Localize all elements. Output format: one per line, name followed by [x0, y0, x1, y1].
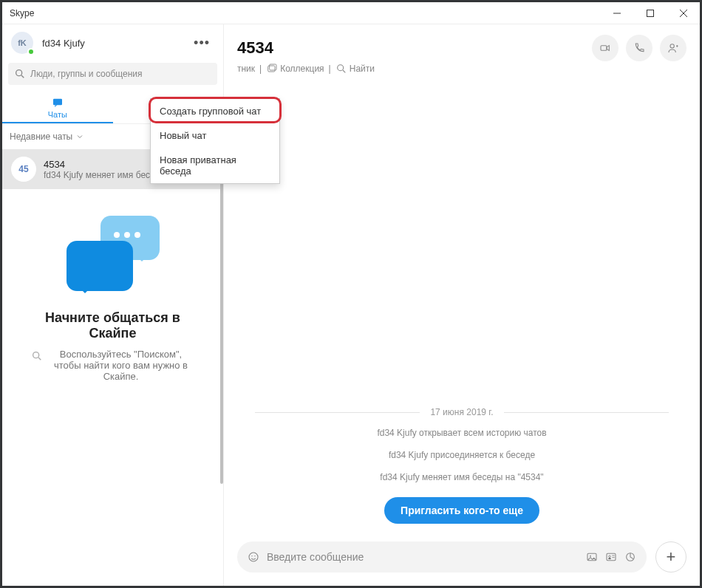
menu-private-chat[interactable]: Новая приватная беседа — [151, 148, 279, 183]
app-body: fK fd34 Kjufy ••• Люди, группы и сообщен… — [2, 24, 700, 586]
audio-call-button[interactable] — [626, 35, 652, 61]
svg-point-13 — [590, 555, 591, 557]
svg-rect-2 — [53, 99, 62, 106]
svg-point-9 — [249, 553, 258, 561]
search-icon — [14, 68, 26, 80]
date-divider: 17 июня 2019 г. — [245, 407, 679, 417]
search-input[interactable]: Люди, группы и сообщения — [8, 63, 217, 85]
add-user-icon — [667, 42, 679, 54]
header-actions — [592, 35, 686, 61]
more-icon[interactable]: ••• — [189, 35, 214, 51]
chat-icon — [52, 97, 64, 109]
window-controls — [600, 2, 700, 24]
add-button[interactable]: + — [655, 541, 686, 572]
svg-point-11 — [254, 555, 255, 556]
video-icon — [599, 42, 611, 54]
empty-title: Начните общаться в Скайпе — [24, 310, 201, 341]
svg-point-10 — [251, 555, 252, 556]
meta-find[interactable]: Найти — [335, 63, 375, 75]
emoji-icon[interactable] — [248, 551, 259, 563]
search-icon — [335, 63, 347, 75]
contact-card-icon[interactable] — [605, 551, 617, 563]
composer-placeholder: Введите сообщение — [267, 551, 579, 563]
chat-bubbles-art — [58, 216, 168, 297]
menu-new-chat[interactable]: Новый чат — [151, 123, 279, 148]
plus-icon: + — [667, 547, 676, 567]
close-button[interactable] — [667, 2, 700, 24]
image-icon[interactable] — [586, 551, 598, 563]
phone-icon — [633, 42, 645, 54]
svg-rect-14 — [607, 553, 616, 560]
svg-rect-0 — [647, 10, 653, 16]
titlebar: Skype — [2, 2, 700, 24]
add-participant-button[interactable] — [660, 35, 686, 61]
pie-icon[interactable] — [624, 551, 636, 563]
svg-point-8 — [337, 65, 343, 71]
svg-point-3 — [33, 352, 38, 358]
svg-point-15 — [609, 555, 611, 558]
chat-avatar: 45 — [11, 157, 36, 182]
chat-feed: 17 июня 2019 г. fd34 Kjufy открывает все… — [224, 81, 700, 533]
svg-rect-7 — [270, 64, 276, 70]
svg-point-5 — [670, 44, 674, 48]
chevron-down-icon[interactable] — [75, 131, 84, 143]
presence-indicator — [27, 48, 35, 55]
collection-icon — [266, 63, 278, 75]
chat-header: 4534 тник | Коллекция | Найти — [224, 24, 700, 81]
profile-name: fd34 Kjufy — [42, 38, 85, 49]
profile-row[interactable]: fK fd34 Kjufy ••• — [2, 24, 223, 61]
tab-chats[interactable]: Чаты — [2, 91, 113, 123]
svg-rect-4 — [601, 46, 607, 51]
svg-rect-6 — [268, 66, 275, 72]
profile-avatar: fK — [11, 32, 33, 54]
svg-point-1 — [16, 70, 22, 76]
system-message: fd34 Kjufy меняет имя беседы на "4534" — [380, 472, 543, 482]
empty-description: Воспользуйтесь "Поиском", чтобы найти ко… — [47, 349, 195, 382]
search-placeholder: Люди, группы и сообщения — [30, 69, 143, 79]
profile-initials: fK — [18, 38, 27, 47]
sidebar-scrollbar[interactable] — [220, 159, 223, 484]
main-panel: 4534 тник | Коллекция | Найти — [224, 24, 700, 586]
window-title: Skype — [10, 8, 34, 18]
context-menu: Создать групповой чат Новый чат Новая пр… — [150, 98, 280, 184]
header-meta: тник | Коллекция | Найти — [237, 63, 686, 75]
system-message: fd34 Kjufy присоединяется к беседе — [389, 450, 535, 460]
tab-chats-label: Чаты — [48, 110, 67, 119]
meta-participant[interactable]: тник — [237, 64, 255, 74]
minimize-button[interactable] — [600, 2, 633, 24]
message-input[interactable]: Введите сообщение — [237, 541, 647, 572]
search-icon — [31, 350, 43, 362]
meta-collection[interactable]: Коллекция — [266, 63, 324, 75]
system-message: fd34 Kjufy открывает всем историю чатов — [377, 428, 546, 438]
recent-label[interactable]: Недавние чаты — [10, 131, 72, 142]
video-call-button[interactable] — [592, 35, 618, 61]
composer-row: Введите сообщение + — [224, 533, 700, 586]
maximize-button[interactable] — [633, 2, 667, 24]
chat-title: 4534 — [237, 38, 273, 58]
menu-create-group-chat[interactable]: Создать групповой чат — [151, 99, 279, 123]
empty-state: Начните общаться в Скайпе Воспользуйтесь… — [2, 216, 223, 382]
invite-button[interactable]: Пригласить кого-то еще — [384, 497, 539, 524]
